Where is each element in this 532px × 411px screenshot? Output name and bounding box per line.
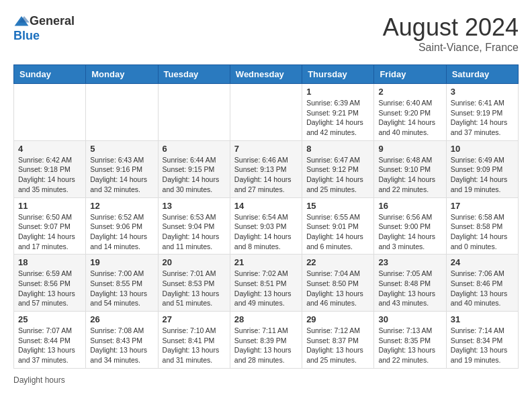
- calendar-cell: 10Sunrise: 6:49 AM Sunset: 9:09 PM Dayli…: [446, 140, 518, 197]
- logo-icon: [13, 13, 30, 30]
- calendar-cell: [230, 84, 302, 141]
- calendar-cell: 11Sunrise: 6:50 AM Sunset: 9:07 PM Dayli…: [14, 197, 86, 255]
- calendar-cell: 13Sunrise: 6:53 AM Sunset: 9:04 PM Dayli…: [158, 197, 230, 255]
- day-number: 14: [234, 201, 298, 211]
- calendar-week-2: 4Sunrise: 6:42 AM Sunset: 9:18 PM Daylig…: [14, 140, 519, 197]
- day-number: 20: [163, 257, 226, 267]
- day-number: 19: [90, 257, 153, 267]
- day-number: 24: [451, 257, 514, 267]
- calendar-table: SundayMondayTuesdayWednesdayThursdayFrid…: [13, 64, 519, 369]
- day-number: 26: [90, 314, 153, 324]
- day-number: 18: [18, 257, 81, 267]
- day-number: 17: [451, 201, 514, 211]
- logo-blue-text: Blue: [13, 30, 40, 43]
- day-info: Sunrise: 6:41 AM Sunset: 9:19 PM Dayligh…: [451, 98, 514, 138]
- calendar-cell: 17Sunrise: 6:58 AM Sunset: 8:58 PM Dayli…: [446, 197, 518, 255]
- calendar-week-1: 1Sunrise: 6:39 AM Sunset: 9:21 PM Daylig…: [14, 84, 519, 141]
- day-number: 7: [234, 144, 298, 154]
- daylight-label: Daylight hours: [13, 375, 65, 385]
- day-number: 6: [163, 144, 226, 154]
- day-info: Sunrise: 7:06 AM Sunset: 8:46 PM Dayligh…: [451, 269, 514, 308]
- day-info: Sunrise: 6:48 AM Sunset: 9:10 PM Dayligh…: [378, 155, 441, 195]
- calendar-cell: 8Sunrise: 6:47 AM Sunset: 9:12 PM Daylig…: [302, 140, 374, 197]
- calendar-cell: [158, 84, 230, 141]
- day-info: Sunrise: 6:44 AM Sunset: 9:15 PM Dayligh…: [163, 155, 226, 195]
- footer: Daylight hours: [13, 375, 519, 385]
- day-number: 5: [90, 144, 153, 154]
- calendar-cell: 3Sunrise: 6:41 AM Sunset: 9:19 PM Daylig…: [446, 84, 518, 141]
- day-info: Sunrise: 6:55 AM Sunset: 9:01 PM Dayligh…: [306, 212, 369, 252]
- day-info: Sunrise: 6:39 AM Sunset: 9:21 PM Dayligh…: [306, 98, 369, 138]
- calendar-cell: 4Sunrise: 6:42 AM Sunset: 9:18 PM Daylig…: [14, 140, 86, 197]
- calendar-cell: 16Sunrise: 6:56 AM Sunset: 9:00 PM Dayli…: [374, 197, 446, 255]
- calendar-cell: 19Sunrise: 7:00 AM Sunset: 8:55 PM Dayli…: [86, 255, 158, 312]
- calendar-header-monday: Monday: [86, 65, 158, 84]
- calendar-week-4: 18Sunrise: 6:59 AM Sunset: 8:56 PM Dayli…: [14, 255, 519, 312]
- day-number: 30: [378, 314, 441, 324]
- calendar-cell: 21Sunrise: 7:02 AM Sunset: 8:51 PM Dayli…: [230, 255, 302, 312]
- day-info: Sunrise: 6:47 AM Sunset: 9:12 PM Dayligh…: [306, 155, 369, 195]
- calendar-cell: 22Sunrise: 7:04 AM Sunset: 8:50 PM Dayli…: [302, 255, 374, 312]
- day-number: 31: [451, 314, 514, 324]
- calendar-cell: 9Sunrise: 6:48 AM Sunset: 9:10 PM Daylig…: [374, 140, 446, 197]
- day-info: Sunrise: 7:02 AM Sunset: 8:51 PM Dayligh…: [234, 269, 298, 308]
- calendar-cell: 7Sunrise: 6:46 AM Sunset: 9:13 PM Daylig…: [230, 140, 302, 197]
- day-info: Sunrise: 6:50 AM Sunset: 9:07 PM Dayligh…: [18, 212, 81, 252]
- day-info: Sunrise: 7:05 AM Sunset: 8:48 PM Dayligh…: [378, 269, 441, 308]
- day-info: Sunrise: 7:13 AM Sunset: 8:35 PM Dayligh…: [378, 326, 441, 365]
- day-number: 9: [378, 144, 441, 154]
- calendar-cell: [86, 84, 158, 141]
- calendar-header-friday: Friday: [374, 65, 446, 84]
- calendar-cell: 25Sunrise: 7:07 AM Sunset: 8:44 PM Dayli…: [14, 312, 86, 369]
- calendar-cell: [14, 84, 86, 141]
- day-info: Sunrise: 6:46 AM Sunset: 9:13 PM Dayligh…: [234, 155, 298, 195]
- calendar-cell: 29Sunrise: 7:12 AM Sunset: 8:37 PM Dayli…: [302, 312, 374, 369]
- calendar-header-wednesday: Wednesday: [230, 65, 302, 84]
- day-info: Sunrise: 6:43 AM Sunset: 9:16 PM Dayligh…: [90, 155, 153, 195]
- day-info: Sunrise: 7:14 AM Sunset: 8:34 PM Dayligh…: [451, 326, 514, 365]
- day-info: Sunrise: 7:07 AM Sunset: 8:44 PM Dayligh…: [18, 326, 81, 365]
- calendar-cell: 26Sunrise: 7:08 AM Sunset: 8:43 PM Dayli…: [86, 312, 158, 369]
- day-info: Sunrise: 6:49 AM Sunset: 9:09 PM Dayligh…: [451, 155, 514, 195]
- day-number: 29: [306, 314, 369, 324]
- logo: General Blue: [13, 13, 75, 43]
- day-info: Sunrise: 6:54 AM Sunset: 9:03 PM Dayligh…: [234, 212, 298, 252]
- day-number: 8: [306, 144, 369, 154]
- day-info: Sunrise: 6:56 AM Sunset: 9:00 PM Dayligh…: [378, 212, 441, 252]
- day-number: 10: [451, 144, 514, 154]
- day-info: Sunrise: 7:11 AM Sunset: 8:39 PM Dayligh…: [234, 326, 298, 365]
- calendar-cell: 30Sunrise: 7:13 AM Sunset: 8:35 PM Dayli…: [374, 312, 446, 369]
- day-info: Sunrise: 6:58 AM Sunset: 8:58 PM Dayligh…: [451, 212, 514, 252]
- calendar-cell: 5Sunrise: 6:43 AM Sunset: 9:16 PM Daylig…: [86, 140, 158, 197]
- day-info: Sunrise: 6:40 AM Sunset: 9:20 PM Dayligh…: [378, 98, 441, 138]
- calendar-cell: 1Sunrise: 6:39 AM Sunset: 9:21 PM Daylig…: [302, 84, 374, 141]
- day-number: 21: [234, 257, 298, 267]
- day-info: Sunrise: 7:00 AM Sunset: 8:55 PM Dayligh…: [90, 269, 153, 308]
- month-title: August 2024: [383, 13, 519, 42]
- calendar-header-saturday: Saturday: [446, 65, 518, 84]
- calendar-cell: 6Sunrise: 6:44 AM Sunset: 9:15 PM Daylig…: [158, 140, 230, 197]
- logo-general-text: General: [30, 15, 75, 28]
- day-number: 11: [18, 201, 81, 211]
- day-number: 12: [90, 201, 153, 211]
- location-text: Saint-Viance, France: [383, 42, 519, 54]
- day-number: 13: [163, 201, 226, 211]
- calendar-week-3: 11Sunrise: 6:50 AM Sunset: 9:07 PM Dayli…: [14, 197, 519, 255]
- day-info: Sunrise: 7:10 AM Sunset: 8:41 PM Dayligh…: [163, 326, 226, 365]
- day-number: 16: [378, 201, 441, 211]
- day-number: 15: [306, 201, 369, 211]
- day-number: 27: [163, 314, 226, 324]
- day-number: 22: [306, 257, 369, 267]
- day-info: Sunrise: 7:12 AM Sunset: 8:37 PM Dayligh…: [306, 326, 369, 365]
- calendar-week-5: 25Sunrise: 7:07 AM Sunset: 8:44 PM Dayli…: [14, 312, 519, 369]
- calendar-header-tuesday: Tuesday: [158, 65, 230, 84]
- calendar-cell: 24Sunrise: 7:06 AM Sunset: 8:46 PM Dayli…: [446, 255, 518, 312]
- calendar-cell: 2Sunrise: 6:40 AM Sunset: 9:20 PM Daylig…: [374, 84, 446, 141]
- calendar-header-thursday: Thursday: [302, 65, 374, 84]
- day-number: 1: [306, 87, 369, 97]
- day-info: Sunrise: 6:52 AM Sunset: 9:06 PM Dayligh…: [90, 212, 153, 252]
- page-header: General Blue August 2024 Saint-Viance, F…: [13, 13, 519, 54]
- day-info: Sunrise: 6:53 AM Sunset: 9:04 PM Dayligh…: [163, 212, 226, 252]
- calendar-cell: 18Sunrise: 6:59 AM Sunset: 8:56 PM Dayli…: [14, 255, 86, 312]
- calendar-header-sunday: Sunday: [14, 65, 86, 84]
